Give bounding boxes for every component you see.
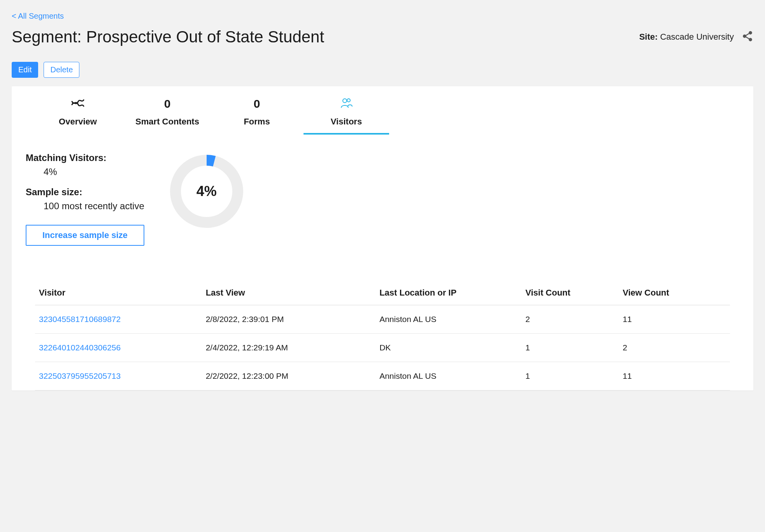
site-name: Cascade University: [658, 32, 734, 42]
svg-point-5: [343, 99, 347, 103]
cell-location: Anniston AL US: [375, 362, 521, 390]
back-to-all-segments-link[interactable]: < All Segments: [12, 12, 64, 20]
tab-smart-contents[interactable]: 0 Smart Contents: [125, 97, 210, 135]
tab-visitors[interactable]: Visitors: [304, 97, 389, 135]
sample-size-block: Sample size: 100 most recently active: [26, 187, 144, 212]
page-title: Segment: Prospective Out of State Studen…: [12, 28, 324, 46]
matching-visitors-donut: 4%: [168, 152, 246, 230]
col-visitor[interactable]: Visitor: [35, 281, 202, 305]
tab-overview[interactable]: Overview: [35, 97, 121, 135]
visitors-icon: [340, 97, 353, 111]
cell-view-count: 11: [619, 305, 730, 334]
tab-forms-count: 0: [254, 97, 260, 110]
visitor-id-link[interactable]: 322640102440306256: [39, 343, 121, 352]
matching-visitors-value: 4%: [44, 166, 144, 177]
cell-view-count: 2: [619, 334, 730, 362]
visitors-card: Overview 0 Smart Contents 0 Forms: [12, 86, 753, 390]
tab-bar: Overview 0 Smart Contents 0 Forms: [12, 86, 753, 135]
table-row: 3230455817106898722/8/2022, 2:39:01 PMAn…: [35, 305, 730, 334]
col-last-location[interactable]: Last Location or IP: [375, 281, 521, 305]
table-row: 3225037959552057132/2/2022, 12:23:00 PMA…: [35, 362, 730, 390]
site-label-bold: Site:: [639, 32, 658, 42]
tab-forms-label: Forms: [244, 117, 270, 127]
site-label: Site: Cascade University: [639, 32, 734, 42]
table-row: 3226401024403062562/4/2022, 12:29:19 AMD…: [35, 334, 730, 362]
tab-smart-contents-count: 0: [164, 97, 171, 110]
cell-location: DK: [375, 334, 521, 362]
edit-button[interactable]: Edit: [12, 62, 38, 78]
donut-center-label: 4%: [168, 152, 246, 230]
cell-view-count: 11: [619, 362, 730, 390]
col-view-count[interactable]: View Count: [619, 281, 730, 305]
cell-visit-count: 2: [521, 305, 619, 334]
cell-last-view: 2/8/2022, 2:39:01 PM: [202, 305, 376, 334]
overview-icon: [71, 98, 84, 110]
visitor-id-link[interactable]: 322503795955205713: [39, 371, 121, 380]
increase-sample-size-button[interactable]: Increase sample size: [26, 225, 144, 246]
tab-forms[interactable]: 0 Forms: [214, 97, 300, 135]
tab-overview-label: Overview: [59, 117, 97, 127]
svg-line-4: [746, 37, 749, 39]
cell-last-view: 2/4/2022, 12:29:19 AM: [202, 334, 376, 362]
matching-visitors-heading: Matching Visitors:: [26, 152, 144, 163]
cell-visit-count: 1: [521, 334, 619, 362]
visitor-id-link[interactable]: 323045581710689872: [39, 315, 121, 324]
title-prefix: Segment:: [12, 28, 86, 46]
col-visit-count[interactable]: Visit Count: [521, 281, 619, 305]
tab-smart-contents-label: Smart Contents: [135, 117, 199, 127]
visitors-table: Visitor Last View Last Location or IP Vi…: [35, 281, 730, 390]
delete-button[interactable]: Delete: [44, 62, 79, 78]
svg-line-3: [746, 33, 749, 35]
share-icon[interactable]: [742, 30, 753, 44]
cell-visit-count: 1: [521, 362, 619, 390]
tab-visitors-label: Visitors: [331, 117, 362, 127]
col-last-view[interactable]: Last View: [202, 281, 376, 305]
cell-location: Anniston AL US: [375, 305, 521, 334]
svg-point-6: [347, 99, 350, 102]
sample-size-heading: Sample size:: [26, 187, 144, 198]
cell-last-view: 2/2/2022, 12:23:00 PM: [202, 362, 376, 390]
segment-name: Prospective Out of State Student: [86, 28, 324, 46]
matching-visitors-block: Matching Visitors: 4%: [26, 152, 144, 177]
sample-size-value: 100 most recently active: [44, 201, 144, 212]
